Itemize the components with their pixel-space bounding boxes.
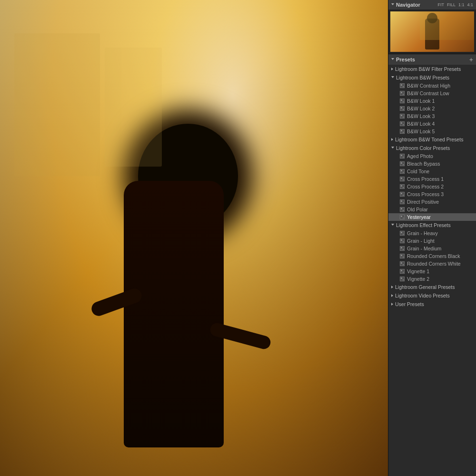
presets-header-left: Presets [391,57,415,62]
preset-group-bw-toned: Lightroom B&W Toned Presets [388,135,476,144]
zoom-1-1[interactable]: 1:1 [458,2,465,7]
group-toggle-icon-color-presets [391,147,394,150]
group-label-bw-filter: Lightroom B&W Filter Presets [395,66,461,72]
group-label-general-presets: Lightroom General Presets [395,284,455,290]
preset-item-effect-presets-0[interactable]: Grain - Heavy [388,229,476,237]
preset-group-header-user-presets[interactable]: User Presets [388,300,476,308]
preset-item-label: Grain - Light [407,238,435,244]
navigator-section: Navigator FIT FILL 1:1 4:1 [388,0,476,54]
preset-item-effect-presets-1[interactable]: Grain - Light [388,237,476,245]
preset-item-color-presets-1[interactable]: Bleach Bypass [388,160,476,168]
preset-item-color-presets-8[interactable]: Yesteryear [388,213,476,221]
preset-item-icon [400,154,405,159]
group-label-bw-toned: Lightroom B&W Toned Presets [395,137,463,142]
navigator-toggle-icon [391,3,394,7]
presets-section[interactable]: Presets + Lightroom B&W Filter PresetsLi… [388,54,476,476]
preset-item-color-presets-2[interactable]: Cold Tone [388,168,476,175]
preset-item-color-presets-5[interactable]: Cross Process 3 [388,190,476,198]
preset-item-label: Grain - Medium [407,246,441,251]
preset-item-icon [400,192,405,197]
preset-group-color-presets: Lightroom Color PresetsAged PhotoBleach … [388,144,476,221]
preset-item-label: Rounded Corners White [407,261,461,267]
zoom-4-1[interactable]: 4:1 [467,2,473,7]
preset-item-label: B&W Look 1 [407,98,435,104]
preset-item-bw-presets-3[interactable]: B&W Look 2 [388,105,476,112]
preset-item-bw-presets-5[interactable]: B&W Look 4 [388,120,476,128]
preset-item-icon [400,215,405,219]
navigator-zoom-controls: FIT FILL 1:1 4:1 [437,2,473,7]
buildings-bg [10,10,293,248]
preset-item-color-presets-3[interactable]: Cross Process 1 [388,175,476,183]
preset-item-icon [400,99,405,103]
right-panel: Navigator FIT FILL 1:1 4:1 [388,0,476,476]
preset-item-icon [400,106,405,111]
preset-item-bw-presets-2[interactable]: B&W Look 1 [388,97,476,105]
preset-group-user-presets: User Presets [388,300,476,308]
preset-group-header-color-presets[interactable]: Lightroom Color Presets [388,144,476,152]
preset-item-color-presets-6[interactable]: Direct Positive [388,198,476,206]
group-toggle-icon-bw-presets [391,76,394,79]
preset-group-header-video-presets[interactable]: Lightroom Video Presets [388,291,476,300]
preset-item-icon [400,91,405,96]
preset-item-effect-presets-2[interactable]: Grain - Medium [388,245,476,252]
preset-item-icon [400,238,405,243]
group-toggle-icon-bw-toned [391,138,393,141]
preset-item-icon [400,121,405,126]
preset-item-bw-presets-6[interactable]: B&W Look 5 [388,128,476,135]
preset-item-color-presets-4[interactable]: Cross Process 2 [388,183,476,190]
preset-item-label: Direct Positive [407,199,439,205]
preset-item-label: Cross Process 3 [407,191,444,197]
preset-group-header-bw-filter[interactable]: Lightroom B&W Filter Presets [388,65,476,73]
navigator-header-left: Navigator [391,2,420,8]
navigator-header[interactable]: Navigator FIT FILL 1:1 4:1 [388,0,476,10]
preset-item-label: Yesteryear [407,214,431,220]
preset-item-color-presets-0[interactable]: Aged Photo [388,152,476,160]
group-toggle-icon-effect-presets [391,224,394,227]
preset-item-label: Cross Process 2 [407,184,444,189]
preset-item-effect-presets-5[interactable]: Vignette 1 [388,268,476,275]
group-label-effect-presets: Lightroom Effect Presets [396,222,451,228]
presets-header[interactable]: Presets + [388,54,476,65]
preset-group-header-effect-presets[interactable]: Lightroom Effect Presets [388,221,476,229]
preset-item-label: B&W Contrast High [407,83,450,89]
preset-item-label: B&W Look 2 [407,106,435,111]
zoom-fill[interactable]: FILL [447,2,456,7]
zoom-fit[interactable]: FIT [437,2,444,7]
preset-item-effect-presets-3[interactable]: Rounded Corners Black [388,252,476,260]
preset-item-icon [400,269,405,274]
preset-item-label: Vignette 2 [407,276,429,282]
preset-group-header-bw-toned[interactable]: Lightroom B&W Toned Presets [388,135,476,144]
preset-item-label: Aged Photo [407,153,433,159]
group-toggle-icon-user-presets [391,303,393,306]
preset-group-header-general-presets[interactable]: Lightroom General Presets [388,283,476,291]
preset-item-label: Bleach Bypass [407,161,440,167]
preset-item-icon [400,129,405,134]
presets-list: Lightroom B&W Filter PresetsLightroom B&… [388,65,476,308]
preset-item-label: Grain - Heavy [407,230,438,236]
preset-item-bw-presets-1[interactable]: B&W Contrast Low [388,89,476,97]
preset-item-icon [400,161,405,166]
group-label-user-presets: User Presets [395,301,424,307]
preset-item-icon [400,261,405,266]
preset-item-color-presets-7[interactable]: Old Polar [388,206,476,213]
preset-item-icon [400,277,405,281]
preset-item-effect-presets-4[interactable]: Rounded Corners White [388,260,476,268]
preset-item-icon [400,199,405,204]
thumb-building [420,11,474,40]
group-label-video-presets: Lightroom Video Presets [395,293,450,298]
preset-item-icon [400,184,405,189]
group-label-color-presets: Lightroom Color Presets [396,145,450,151]
preset-item-effect-presets-6[interactable]: Vignette 2 [388,275,476,283]
group-toggle-icon-video-presets [391,294,393,297]
preset-item-label: Old Polar [407,207,428,212]
preset-group-header-bw-presets[interactable]: Lightroom B&W Presets [388,73,476,82]
preset-item-bw-presets-0[interactable]: B&W Contrast High [388,82,476,89]
preset-group-general-presets: Lightroom General Presets [388,283,476,291]
preset-group-bw-filter: Lightroom B&W Filter Presets [388,65,476,73]
preset-item-icon [400,114,405,119]
preset-item-label: B&W Look 4 [407,121,435,127]
preset-item-bw-presets-4[interactable]: B&W Look 3 [388,112,476,120]
add-preset-button[interactable]: + [469,56,473,63]
preset-item-label: Rounded Corners Black [407,253,460,259]
preset-item-label: B&W Look 3 [407,113,435,119]
